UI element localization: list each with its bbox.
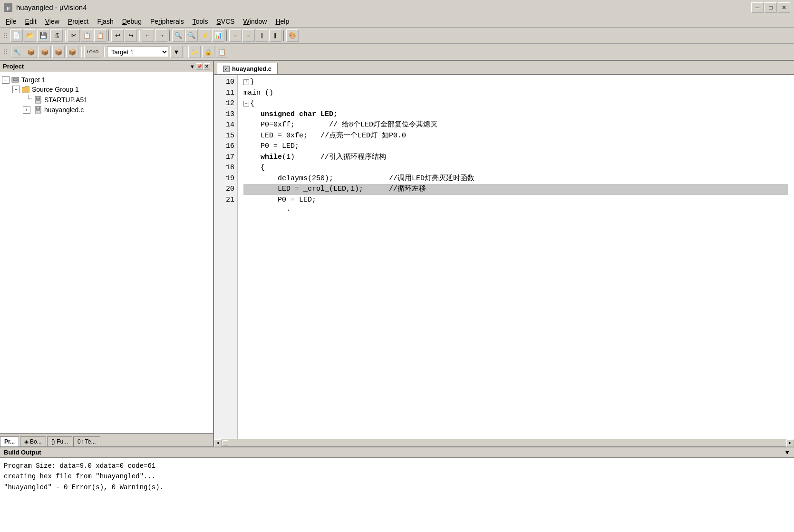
- menu-debug[interactable]: Debug: [118, 17, 145, 26]
- build-output-content: Program Size: data=9.0 xdata=0 code=61 c…: [0, 458, 794, 532]
- target-select[interactable]: Target 1: [107, 47, 169, 57]
- target1-expander[interactable]: −: [2, 76, 10, 84]
- tab-project[interactable]: Pr...: [0, 436, 19, 446]
- main-area: Project ▼ 📌 ✕ − Target 1: [0, 61, 794, 446]
- copy2-button[interactable]: 📋: [216, 46, 228, 58]
- redo-button[interactable]: ↪: [125, 29, 137, 42]
- code-line-15: LED = 0xfe; //点亮一个LED灯 如P0.0: [243, 131, 788, 142]
- menu-file[interactable]: File: [2, 17, 20, 26]
- huayangled-expander[interactable]: +: [23, 106, 30, 114]
- menu-bar: File Edit View Project Flash Debug Perip…: [0, 15, 794, 28]
- menu-help[interactable]: Help: [271, 17, 293, 26]
- col1-button[interactable]: ∥: [256, 29, 268, 42]
- editor-tab-icon: C: [223, 66, 230, 72]
- menu-peripherals[interactable]: Peripherals: [146, 17, 188, 26]
- target1-icon: [11, 76, 19, 84]
- menu-view[interactable]: View: [41, 17, 63, 26]
- menu-window[interactable]: Window: [240, 17, 271, 26]
- indent2-button[interactable]: ≡: [242, 29, 255, 42]
- collapse-12[interactable]: −: [243, 101, 249, 106]
- col2-button[interactable]: ∥: [269, 29, 281, 42]
- startup-line: [25, 95, 32, 104]
- code-line-10: └ }: [243, 77, 788, 88]
- open-file-button[interactable]: 📂: [24, 29, 36, 42]
- chart-button[interactable]: 📊: [212, 29, 224, 42]
- sep6: [283, 30, 284, 41]
- build3-button[interactable]: 📦: [52, 46, 65, 58]
- collapse-10[interactable]: └: [243, 79, 249, 85]
- magic-button[interactable]: ✨: [188, 46, 201, 58]
- code-line-16: P0 = LED;: [243, 141, 788, 152]
- scroll-thumb[interactable]: [223, 440, 228, 446]
- menu-flash[interactable]: Flash: [93, 17, 117, 26]
- new-file-button[interactable]: 📄: [10, 29, 23, 42]
- sourcegroup1-label: Source Group 1: [32, 86, 79, 93]
- tab-books[interactable]: ◈ Bo...: [20, 436, 46, 446]
- code-line-11: main (): [243, 88, 788, 99]
- build4-button[interactable]: 📦: [66, 46, 78, 58]
- tab-books-label: Bo...: [30, 438, 42, 445]
- tab-templates[interactable]: 0↑ Te...: [73, 436, 100, 446]
- load-button[interactable]: LOAD: [84, 46, 101, 58]
- tree-item-sourcegroup1[interactable]: − Source Group 1: [2, 85, 211, 94]
- code-text-19: delayms(250); //调用LED灯亮灭延时函数: [243, 174, 474, 184]
- menu-edit[interactable]: Edit: [21, 17, 40, 26]
- build1-button[interactable]: 📦: [25, 46, 37, 58]
- panel-pin-button[interactable]: 📌: [196, 63, 203, 70]
- tree-item-target1[interactable]: − Target 1: [2, 75, 211, 85]
- toolbar1-grip: [2, 32, 10, 39]
- title-bar-left: μ huayangled - μVision4: [4, 3, 87, 12]
- paste-button[interactable]: 📋: [94, 29, 107, 42]
- menu-tools[interactable]: Tools: [189, 17, 212, 26]
- maximize-button[interactable]: □: [765, 2, 777, 13]
- tab-project-label: Pr...: [4, 438, 15, 445]
- indent1-button[interactable]: ≡: [229, 29, 242, 42]
- undo-button[interactable]: ↩: [111, 29, 124, 42]
- editor-tab-label: huayangled.c: [232, 65, 271, 72]
- back-button[interactable]: ←: [142, 29, 154, 42]
- close-button[interactable]: ✕: [778, 2, 790, 13]
- code-line-18: {: [243, 163, 788, 174]
- project-panel-header: Project ▼ 📌 ✕: [0, 61, 213, 72]
- scroll-right-button[interactable]: ►: [786, 439, 794, 447]
- toolbar1: 📄 📂 💾 🖨 ✂ 📋 📋 ↩ ↪ ← → 🔍 🔍 ⚡ 📊 ≡ ≡ ∥ ∥ 🎨: [0, 28, 794, 44]
- panel-close-button[interactable]: ✕: [203, 63, 210, 70]
- search1-button[interactable]: 🔍: [172, 29, 184, 42]
- minimize-button[interactable]: ─: [751, 2, 764, 13]
- code-text-22: ·: [243, 205, 290, 216]
- startup-label: STARTUP.A51: [44, 96, 87, 104]
- sep2: [108, 30, 109, 41]
- save-button[interactable]: 💾: [37, 29, 49, 42]
- svg-text:A: A: [38, 97, 39, 99]
- tab-functions[interactable]: {} Fu...: [47, 436, 72, 446]
- editor-tab-huayangled[interactable]: C huayangled.c: [217, 63, 278, 74]
- huayangled-label: huayangled.c: [44, 106, 84, 114]
- editor-horizontal-scrollbar: ◄ ►: [214, 439, 794, 446]
- forward-button[interactable]: →: [155, 29, 167, 42]
- sep4: [169, 30, 170, 41]
- copy-button[interactable]: 📋: [81, 29, 93, 42]
- build-target-button[interactable]: 🔧: [11, 46, 23, 58]
- sep1: [65, 30, 66, 41]
- cut-button[interactable]: ✂: [68, 29, 80, 42]
- build2-button[interactable]: 📦: [39, 46, 51, 58]
- color-button[interactable]: 🎨: [286, 29, 299, 42]
- scroll-left-button[interactable]: ◄: [214, 439, 222, 447]
- print-button[interactable]: 🖨: [50, 29, 63, 42]
- code-content[interactable]: └ } main () − { unsigned char LED;: [238, 75, 794, 439]
- scroll-track: [229, 441, 786, 445]
- dropdown-button[interactable]: ▼: [170, 46, 183, 58]
- menu-project[interactable]: Project: [64, 17, 93, 26]
- tree-item-huayangled[interactable]: + C huayangled.c: [2, 105, 211, 115]
- huayangled-icon: C: [34, 106, 42, 114]
- sep9: [185, 47, 186, 57]
- menu-svcs[interactable]: SVCS: [213, 17, 238, 26]
- tree-item-startup[interactable]: A STARTUP.A51: [2, 94, 211, 105]
- run-button[interactable]: ⚡: [199, 29, 211, 42]
- build-line-3: "huayangled" - 0 Error(s), 0 Warning(s).: [4, 482, 790, 493]
- sourcegroup1-expander[interactable]: −: [12, 86, 20, 93]
- search2-button[interactable]: 🔍: [185, 29, 198, 42]
- svg-text:C: C: [225, 68, 228, 70]
- tab-books-icon: ◈: [24, 438, 29, 445]
- options-button[interactable]: 🔒: [202, 46, 214, 58]
